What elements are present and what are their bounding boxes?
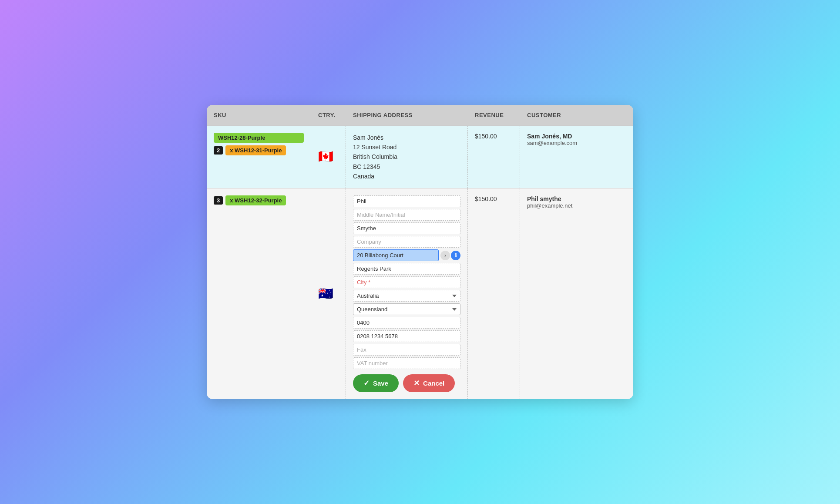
col-customer: CUSTOMER xyxy=(520,105,607,125)
customer-name-row2: Phil smythe xyxy=(527,195,600,202)
country-cell-row1: 🇨🇦 xyxy=(311,126,346,188)
fax-input[interactable] xyxy=(353,344,460,356)
sku-badge-1: WSH12-28-Purple xyxy=(214,133,304,143)
address-arrow-button[interactable]: › xyxy=(440,251,450,260)
phone-input[interactable] xyxy=(353,317,460,329)
sku-number-3: 3 xyxy=(214,196,223,205)
col-revenue: REVENUE xyxy=(468,105,520,125)
country-select[interactable]: Australia xyxy=(353,290,460,302)
revenue-cell-row2: $150.00 xyxy=(468,188,520,399)
col-ctry: CTRY. xyxy=(311,105,346,125)
x-icon: ✕ xyxy=(413,379,420,388)
address-edit-form: › ℹ City * Australia Queensland xyxy=(353,195,460,392)
customer-cell-row1: Sam Jonés, MD sam@example.com xyxy=(520,126,607,188)
customer-email-row2: phil@example.net xyxy=(527,202,600,209)
sku-badge-2: x WSH12-31-Purple xyxy=(225,145,286,155)
vat-input[interactable] xyxy=(353,357,460,369)
revenue-value-row1: $150.00 xyxy=(475,133,513,140)
cancel-button[interactable]: ✕ Cancel xyxy=(403,374,455,392)
last-name-input[interactable] xyxy=(353,222,460,234)
phone2-input[interactable] xyxy=(353,330,460,342)
address2-input[interactable] xyxy=(353,263,460,275)
first-name-input[interactable] xyxy=(353,195,460,207)
customer-name-row1: Sam Jonés, MD xyxy=(527,133,600,140)
sku-row-purple: 3 x WSH12-32-Purple xyxy=(214,195,304,205)
sku-cell-row1: WSH12-28-Purple 2 x WSH12-31-Purple xyxy=(207,126,311,188)
middle-name-input[interactable] xyxy=(353,209,460,221)
table-row-editing: 3 x WSH12-32-Purple 🇦🇺 › ℹ xyxy=(207,188,633,399)
address-cell-row1: Sam Jonés 12 Sunset Road British Columbi… xyxy=(346,126,468,188)
check-icon: ✓ xyxy=(363,379,370,388)
address-cell-row2: › ℹ City * Australia Queensland xyxy=(346,188,468,399)
save-button[interactable]: ✓ Save xyxy=(353,374,399,392)
address-input[interactable] xyxy=(353,249,439,261)
col-address: SHIPPING ADDRESS xyxy=(346,105,468,125)
state-select[interactable]: Queensland xyxy=(353,303,460,315)
customer-email-row1: sam@example.com xyxy=(527,140,600,146)
sku-number-1: 2 xyxy=(214,146,223,155)
australia-flag: 🇦🇺 xyxy=(318,288,333,300)
canada-flag: 🇨🇦 xyxy=(318,151,333,163)
city-field: City * xyxy=(353,276,460,288)
address-field-row: › ℹ xyxy=(353,249,460,261)
form-buttons: ✓ Save ✕ Cancel xyxy=(353,374,460,392)
address-row1: Sam Jonés 12 Sunset Road British Columbi… xyxy=(353,133,460,181)
company-input[interactable] xyxy=(353,236,460,248)
country-cell-row2: 🇦🇺 xyxy=(311,188,346,399)
customer-cell-row2: Phil smythe phil@example.net xyxy=(520,188,607,399)
sku-row-2: 2 x WSH12-31-Purple xyxy=(214,145,304,155)
revenue-value-row2: $150.00 xyxy=(475,195,513,202)
address-info-button[interactable]: ℹ xyxy=(451,251,460,260)
orders-table: SKU CTRY. SHIPPING ADDRESS REVENUE CUSTO… xyxy=(207,105,633,400)
sku-cell-row2: 3 x WSH12-32-Purple xyxy=(207,188,311,399)
table-row: WSH12-28-Purple 2 x WSH12-31-Purple 🇨🇦 S… xyxy=(207,125,633,188)
col-sku: SKU xyxy=(207,105,311,125)
table-header: SKU CTRY. SHIPPING ADDRESS REVENUE CUSTO… xyxy=(207,105,633,125)
revenue-cell-row1: $150.00 xyxy=(468,126,520,188)
address-buttons: › ℹ xyxy=(440,251,460,260)
sku-badge-purple: x WSH12-32-Purple xyxy=(225,195,286,205)
